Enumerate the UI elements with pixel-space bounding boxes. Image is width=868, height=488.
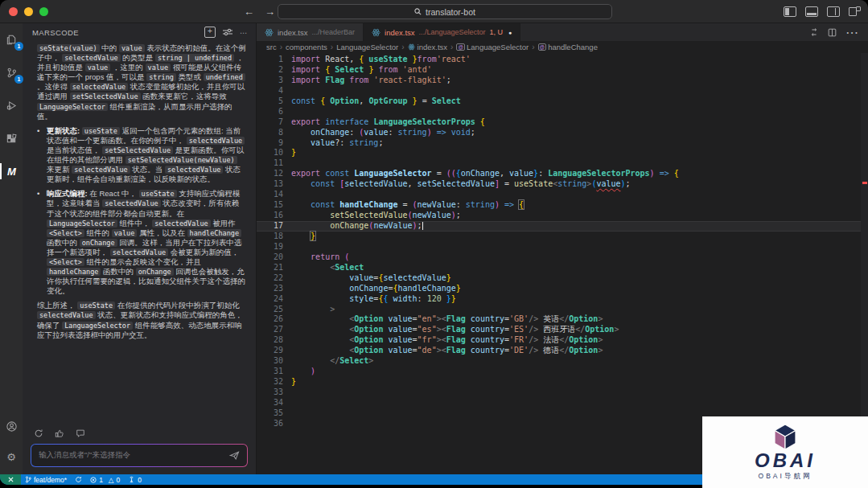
inline-code: selectedValue	[70, 83, 129, 91]
chat-settings-sliders-icon[interactable]	[223, 28, 232, 36]
toggle-primary-sidebar-icon[interactable]	[784, 6, 796, 17]
search-project-name: translator-bot	[426, 7, 475, 17]
remote-indicator[interactable]	[0, 474, 21, 485]
breadcrumb-file[interactable]: index.tsx	[408, 43, 448, 51]
sidebar-item-explorer[interactable]: 1	[2, 30, 21, 49]
code-line-17[interactable]: 17 onChange(newValue);	[257, 221, 868, 232]
toggle-secondary-sidebar-icon[interactable]	[827, 6, 840, 17]
code-line-32[interactable]: 32}	[257, 377, 868, 388]
code-line-30[interactable]: 30 </Select>	[257, 356, 868, 367]
code-line-27[interactable]: 27 <Option value="es"><Flag country='ES'…	[257, 325, 868, 335]
panel-more-icon[interactable]: ⋯	[240, 28, 248, 37]
history-back-icon[interactable]: ←	[244, 6, 254, 18]
symbol-icon: @	[456, 43, 465, 51]
sidebar-item-run-debug[interactable]	[2, 96, 21, 115]
breadcrumb: src › components › LanguageSelector › in…	[257, 41, 868, 53]
code-line-8[interactable]: 8 onChange: (value: string) => void;	[257, 128, 868, 138]
code-line-2[interactable]: 2import { Select } from 'antd'	[257, 65, 868, 76]
code-line-19[interactable]: 19	[257, 242, 868, 252]
code-line-11[interactable]: 11	[257, 158, 868, 169]
code-line-16[interactable]: 16 setSelectedValue(newValue);	[257, 211, 868, 221]
inline-code: setSelectedValue	[70, 92, 141, 100]
code-line-25[interactable]: 25 >	[257, 305, 868, 315]
sidebar-item-extensions[interactable]	[2, 129, 21, 148]
code-editor[interactable]: 1import React, { useState }from'react'2i…	[257, 53, 868, 474]
code-line-14[interactable]: 14	[257, 190, 868, 200]
react-file-icon	[408, 43, 415, 51]
inline-code: undefined	[204, 73, 245, 81]
problems-status[interactable]: 1 △ 0	[86, 474, 124, 485]
react-file-icon	[265, 28, 274, 37]
title-bar: ← → translator-bot	[0, 0, 868, 23]
breadcrumb-symbol-handlechange[interactable]: @ handleChange	[538, 43, 598, 51]
tab-problems-badge: 1, U	[490, 28, 504, 36]
breadcrumb-src[interactable]: src	[266, 43, 277, 51]
chat-actions	[23, 425, 256, 440]
breadcrumb-symbol-languageselector[interactable]: @ LanguageSelector	[456, 43, 529, 51]
inline-code: selectedValue	[152, 219, 211, 228]
split-editor-icon[interactable]	[828, 28, 837, 37]
accounts-button[interactable]	[2, 416, 21, 436]
inline-code: seState(value)	[37, 44, 100, 52]
code-line-10[interactable]: 10}	[257, 148, 868, 158]
code-line-33[interactable]: 33	[257, 388, 868, 398]
command-center-search[interactable]: translator-bot	[278, 4, 612, 19]
sidebar-item-source-control[interactable]: 1	[2, 63, 21, 82]
code-line-31[interactable]: 31 )	[257, 367, 868, 377]
send-icon[interactable]	[229, 451, 240, 460]
inline-code: onChange	[136, 268, 174, 276]
code-line-13[interactable]: 13 const [selectedValue, setSelectedValu…	[257, 179, 868, 190]
code-line-34[interactable]: 34	[257, 398, 868, 408]
code-line-6[interactable]: 6	[257, 107, 868, 117]
overview-ruler[interactable]	[861, 53, 868, 474]
tab-index-languageselector[interactable]: index.tsx .../LanguageSelector 1, U ●	[364, 23, 520, 41]
like-icon[interactable]	[55, 429, 64, 438]
zoom-window-button[interactable]	[39, 7, 48, 16]
history-forward-icon[interactable]: →	[265, 6, 275, 18]
code-line-9[interactable]: 9 value?: string;	[257, 138, 868, 149]
code-line-1[interactable]: 1import React, { useState }from'react'	[257, 55, 868, 65]
sidebar-item-marscode[interactable]: M	[2, 162, 21, 181]
run-debug-icon	[6, 100, 18, 112]
ports-status[interactable]: 0	[124, 474, 146, 485]
sync-status[interactable]	[71, 474, 86, 485]
toggle-panel-icon[interactable]	[805, 6, 818, 17]
chat-paragraph: seState(value) 中的 value 表示状态的初始值。在这个例子中，…	[37, 43, 246, 121]
inline-code: <Select>	[47, 258, 84, 266]
close-window-button[interactable]	[9, 7, 18, 16]
code-line-18[interactable]: 18 }	[257, 232, 868, 242]
inline-code: selectedValue	[62, 54, 121, 62]
editor-more-icon[interactable]: ⋯	[845, 25, 858, 40]
inline-code: selectedValue	[102, 199, 161, 207]
code-line-5[interactable]: 5const { Option, OptGroup } = Select	[257, 96, 868, 107]
new-chat-icon[interactable]: +	[204, 27, 216, 38]
code-line-12[interactable]: 12export const LanguageSelector = (({onC…	[257, 169, 868, 179]
code-line-28[interactable]: 28 <Option value="fr"><Flag country='FR'…	[257, 335, 868, 346]
code-line-20[interactable]: 20 return (	[257, 252, 868, 263]
radio-tower-icon	[128, 476, 135, 483]
inline-code: onChange	[80, 239, 117, 247]
chat-input[interactable]: 输入消息或者"/"来选择指令	[31, 445, 247, 466]
code-line-23[interactable]: 23 onChange={handleChange}	[257, 284, 868, 294]
regenerate-icon[interactable]	[34, 429, 43, 438]
settings-button[interactable]: ⚙	[2, 447, 21, 466]
code-line-22[interactable]: 22 value={selectedValue}	[257, 273, 868, 284]
feedback-bubble-icon[interactable]	[76, 429, 85, 438]
code-line-15[interactable]: 15 const handleChange = (newValue: strin…	[257, 200, 868, 211]
code-line-24[interactable]: 24 style={{ width: 120 }}	[257, 294, 868, 305]
code-line-29[interactable]: 29 <Option value="de"><Flag country='DE'…	[257, 346, 868, 356]
tab-index-headerbar[interactable]: index.tsx .../HeaderBar	[257, 23, 364, 41]
compare-changes-icon[interactable]	[809, 27, 819, 37]
gear-icon: ⚙	[6, 451, 16, 463]
code-line-3[interactable]: 3import Flag from 'react-flagkit';	[257, 76, 868, 86]
code-line-26[interactable]: 26 <Option value="en"><Flag country='GB'…	[257, 314, 868, 325]
code-line-21[interactable]: 21 <Select	[257, 263, 868, 273]
git-branch-status[interactable]: feat/demo*	[21, 474, 71, 485]
breadcrumb-components[interactable]: components	[286, 43, 327, 51]
breadcrumb-languageselector-folder[interactable]: LanguageSelector	[336, 43, 398, 51]
code-line-7[interactable]: 7export interface LanguageSelectorProps …	[257, 117, 868, 128]
minimize-window-button[interactable]	[24, 7, 33, 16]
chat-input-border: 输入消息或者"/"来选择指令	[31, 444, 248, 467]
customize-layout-icon[interactable]	[849, 6, 861, 16]
code-line-4[interactable]: 4	[257, 86, 868, 96]
